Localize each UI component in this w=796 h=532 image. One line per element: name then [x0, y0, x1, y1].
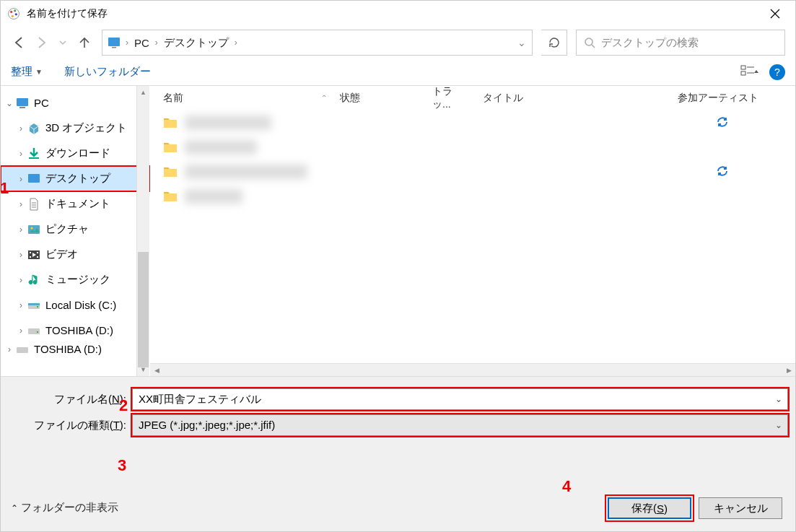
tree-item-desktop[interactable]: › デスクトップ — [1, 166, 149, 191]
close-button[interactable] — [761, 1, 790, 27]
file-list[interactable] — [150, 110, 795, 209]
filename-label: ファイル名(N): — [8, 393, 132, 406]
expander-icon[interactable]: › — [15, 123, 27, 134]
tree-scrollbar[interactable]: ▲ ▼ — [136, 86, 149, 376]
column-name[interactable]: 名前 — [150, 92, 327, 105]
desktop-icon — [107, 35, 121, 50]
svg-rect-23 — [28, 328, 40, 334]
list-item[interactable] — [150, 160, 795, 184]
column-state[interactable]: 状態 — [327, 92, 419, 105]
tree-item-documents[interactable]: › ドキュメント — [1, 191, 149, 217]
expander-icon[interactable]: › — [15, 250, 27, 260]
expander-icon[interactable]: › — [15, 224, 27, 235]
expander-icon[interactable]: › — [15, 149, 27, 159]
breadcrumb-pc[interactable]: PC — [130, 37, 154, 49]
back-button[interactable] — [11, 34, 28, 51]
svg-rect-13 — [28, 225, 40, 234]
save-button[interactable]: 保存(S) — [608, 497, 691, 519]
chevron-down-icon[interactable]: ⌄ — [516, 37, 528, 48]
svg-point-3 — [15, 13, 17, 15]
tree-item-downloads[interactable]: › ダウンロード — [1, 141, 149, 166]
search-input[interactable]: デスクトップの検索 — [576, 30, 785, 56]
command-bar: 整理▼ 新しいフォルダー ? — [1, 58, 795, 86]
column-track[interactable]: トラッ... — [419, 85, 470, 111]
list-item[interactable] — [150, 184, 795, 209]
svg-rect-11 — [19, 107, 25, 108]
drive-icon — [27, 298, 41, 313]
filetype-dropdown[interactable]: JPEG (*.jpg;*.jpeg;*.jpe;*.jfif) — [132, 414, 788, 436]
horizontal-scrollbar[interactable]: ◀ ▶ — [150, 363, 795, 376]
column-artist[interactable]: 参加アーティスト — [665, 92, 758, 105]
organize-menu[interactable]: 整理▼ — [11, 65, 43, 79]
file-list-area: 名前 ⌃ 状態 トラッ... タイトル 参加アーティスト — [150, 86, 795, 376]
view-options-button[interactable] — [740, 64, 759, 80]
expander-icon[interactable]: › — [15, 326, 27, 336]
svg-rect-18 — [37, 252, 38, 253]
svg-point-24 — [37, 331, 38, 333]
tree-item-pc[interactable]: ⌄ PC — [1, 90, 149, 115]
expander-icon[interactable]: › — [15, 300, 27, 310]
svg-rect-8 — [741, 66, 745, 69]
list-item[interactable] — [150, 110, 795, 135]
expander-icon[interactable]: ⌄ — [4, 98, 15, 108]
help-button[interactable]: ? — [769, 64, 785, 80]
scroll-left-arrow[interactable]: ◀ — [150, 364, 163, 377]
cancel-button[interactable]: キャンセル — [699, 497, 782, 519]
blurred-filename — [185, 115, 271, 130]
svg-rect-21 — [28, 303, 40, 305]
scroll-thumb[interactable] — [138, 252, 149, 367]
svg-rect-12 — [28, 174, 40, 183]
scroll-up-arrow[interactable]: ▲ — [137, 86, 149, 99]
blurred-filename — [185, 165, 307, 179]
folder-tree[interactable]: ⌄ PC › 3D オブジェクト › ダウンロード › デスクトップ › ドキュ… — [1, 86, 150, 376]
tree-item-pictures[interactable]: › ピクチャ — [1, 217, 149, 242]
sync-status-icon — [703, 165, 795, 180]
filetype-label: ファイルの種類(T): — [8, 419, 132, 432]
up-button[interactable] — [76, 34, 93, 51]
tree-item-drive-d2[interactable]: › TOSHIBA (D:) — [1, 343, 149, 355]
expander-icon[interactable]: › — [15, 199, 27, 209]
list-item[interactable] — [150, 135, 795, 160]
search-placeholder: デスクトップの検索 — [601, 36, 699, 50]
refresh-button[interactable] — [541, 30, 567, 56]
svg-rect-10 — [17, 98, 28, 106]
videos-icon — [27, 248, 41, 262]
tree-item-drive-c[interactable]: › Local Disk (C:) — [1, 292, 149, 318]
expander-icon[interactable]: › — [15, 174, 27, 184]
recent-dropdown[interactable] — [54, 34, 71, 51]
breadcrumb[interactable]: › PC › デスクトップ › ⌄ — [102, 30, 533, 56]
scroll-right-arrow[interactable]: ▶ — [782, 364, 795, 377]
column-title[interactable]: タイトル — [470, 92, 665, 105]
svg-rect-9 — [741, 71, 745, 75]
folder-icon — [163, 165, 178, 178]
expander-icon[interactable]: › — [15, 275, 27, 285]
paint-app-icon — [6, 6, 21, 21]
desktop-icon — [27, 172, 41, 186]
tree-item-music[interactable]: › ミュージック — [1, 267, 149, 292]
documents-icon — [27, 197, 41, 212]
tree-item-videos[interactable]: › ビデオ — [1, 242, 149, 267]
forward-button[interactable] — [32, 34, 50, 51]
hide-folders-button[interactable]: ⌃ フォルダーの非表示 — [11, 501, 118, 515]
svg-point-14 — [31, 227, 33, 229]
svg-rect-19 — [37, 256, 38, 258]
svg-point-22 — [37, 306, 38, 308]
folder-icon — [163, 190, 178, 203]
svg-rect-5 — [108, 38, 120, 46]
chevron-right-icon[interactable]: › — [233, 38, 239, 48]
column-headers[interactable]: 名前 ⌃ 状態 トラッ... タイトル 参加アーティスト — [150, 86, 795, 110]
scroll-down-arrow[interactable]: ▼ — [137, 363, 149, 376]
svg-point-4 — [12, 15, 14, 17]
svg-rect-25 — [17, 347, 28, 353]
breadcrumb-desktop[interactable]: デスクトップ — [159, 36, 233, 50]
folder-icon — [163, 141, 178, 154]
expander-icon[interactable]: › — [4, 344, 15, 354]
chevron-right-icon[interactable]: › — [154, 38, 159, 48]
filename-input[interactable] — [132, 388, 788, 410]
new-folder-button[interactable]: 新しいフォルダー — [64, 65, 151, 79]
folder-icon — [163, 116, 178, 129]
tree-item-3d[interactable]: › 3D オブジェクト — [1, 115, 149, 141]
tree-item-drive-d[interactable]: › TOSHIBA (D:) — [1, 318, 149, 343]
svg-rect-17 — [30, 256, 31, 258]
chevron-right-icon[interactable]: › — [124, 38, 130, 48]
